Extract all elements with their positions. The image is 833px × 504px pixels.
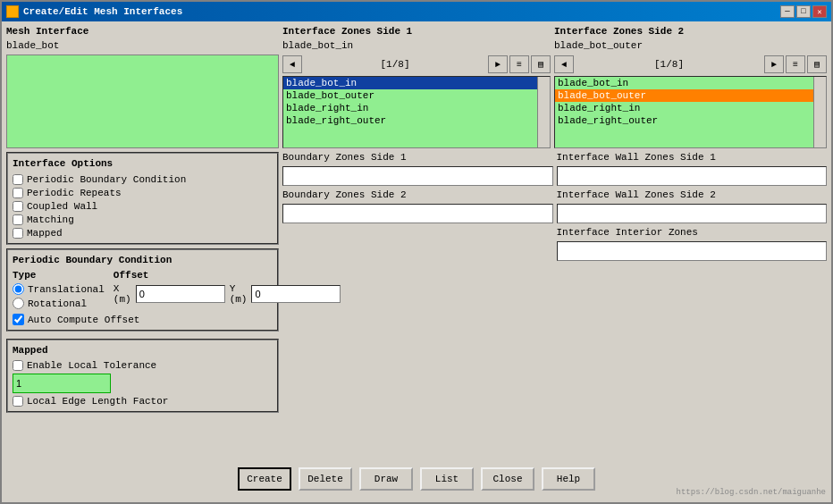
help-button[interactable]: Help xyxy=(542,467,595,491)
coupled-wall-row: Coupled Wall xyxy=(13,201,273,212)
auto-compute-row: Auto Compute Offset xyxy=(13,314,273,325)
x-label: X (m) xyxy=(114,283,131,305)
matching-row: Matching xyxy=(13,214,273,225)
data-row: blade_bot blade_bot_in blade_bot_outer xyxy=(6,40,827,51)
list-button[interactable]: List xyxy=(420,467,474,491)
main-window: Create/Edit Mesh Interfaces — □ ✕ Mesh I… xyxy=(0,0,833,504)
enable-local-tolerance-label: Enable Local Tolerance xyxy=(27,360,156,371)
translational-row: Translational xyxy=(13,283,105,295)
local-edge-length-checkbox[interactable] xyxy=(13,396,23,407)
periodic-section-title: Periodic Boundary Condition xyxy=(13,255,273,265)
boundary-side2-input[interactable] xyxy=(282,204,553,223)
list-item[interactable]: blade_bot_outer xyxy=(555,89,813,102)
window-title: Create/Edit Mesh Interfaces xyxy=(23,6,182,17)
enable-local-tolerance-row: Enable Local Tolerance xyxy=(13,360,273,371)
close-button[interactable]: Close xyxy=(481,467,534,491)
local-edge-length-row: Local Edge Length Factor xyxy=(13,396,273,407)
title-bar: Create/Edit Mesh Interfaces — □ ✕ xyxy=(2,2,831,21)
list-item[interactable]: blade_bot_outer xyxy=(283,89,537,102)
side1-nav-right[interactable]: ► xyxy=(488,55,508,73)
side2-counter: [1/8] xyxy=(654,59,684,70)
side2-copy-icon[interactable]: ▤ xyxy=(807,55,827,73)
side2-value: blade_bot_outer xyxy=(554,40,827,51)
periodic-repeats-label: Periodic Repeats xyxy=(27,188,122,198)
list-item[interactable]: blade_right_in xyxy=(283,102,537,114)
draw-button[interactable]: Draw xyxy=(359,467,413,491)
side2-nav-right[interactable]: ► xyxy=(764,55,784,73)
wall-side1-input[interactable] xyxy=(557,166,828,186)
boundary-zones-section: Boundary Zones Side 1 Boundary Zones Sid… xyxy=(282,152,553,457)
periodic-repeats-checkbox[interactable] xyxy=(13,188,23,198)
boundary-side1-input[interactable] xyxy=(282,166,553,186)
list-item[interactable]: blade_right_outer xyxy=(555,114,813,127)
full-bottom: Interface Options Periodic Boundary Cond… xyxy=(6,152,827,457)
side1-value: blade_bot_in xyxy=(282,40,551,51)
rotational-radio[interactable] xyxy=(13,298,24,309)
list-item[interactable]: blade_bot_in xyxy=(555,77,813,89)
side1-header: Interface Zones Side 1 xyxy=(282,26,551,37)
mapped-row: Mapped xyxy=(13,228,273,239)
periodic-repeats-row: Periodic Repeats xyxy=(13,188,273,198)
rotational-label: Rotational xyxy=(28,298,87,309)
local-edge-length-label: Local Edge Length Factor xyxy=(27,396,168,407)
matching-checkbox[interactable] xyxy=(13,214,23,225)
center-bottom: Boundary Zones Side 1 Boundary Zones Sid… xyxy=(282,152,827,457)
wall-side2-input[interactable] xyxy=(557,204,828,223)
window-icon xyxy=(6,5,19,18)
left-bottom: Interface Options Periodic Boundary Cond… xyxy=(6,152,279,457)
boundary-side2-label: Boundary Zones Side 2 xyxy=(282,189,553,200)
mapped-section: Mapped Enable Local Tolerance Local Edge… xyxy=(6,339,279,413)
mapped-label: Mapped xyxy=(27,228,63,239)
side1-list-panel: ◄ [1/8] ► ≡ ▤ blade_bot_inblade_bot_oute… xyxy=(282,55,551,148)
periodic-boundary-section: Periodic Boundary Condition Type Transla… xyxy=(6,248,279,332)
interior-label: Interface Interior Zones xyxy=(557,227,828,238)
close-button[interactable]: ✕ xyxy=(812,5,827,18)
matching-label: Matching xyxy=(27,214,74,225)
side2-nav-left[interactable]: ◄ xyxy=(554,55,574,73)
side2-list-panel: ◄ [1/8] ► ≡ ▤ blade_bot_inblade_bot_oute… xyxy=(554,55,827,148)
maximize-button[interactable]: □ xyxy=(796,5,811,18)
side1-counter: [1/8] xyxy=(380,59,409,70)
list-item[interactable]: blade_right_outer xyxy=(283,114,537,127)
y-label: Y (m) xyxy=(230,283,248,305)
mapped-checkbox[interactable] xyxy=(13,228,23,239)
coupled-wall-label: Coupled Wall xyxy=(27,201,97,212)
wall-side1-label: Interface Wall Zones Side 1 xyxy=(557,152,828,163)
side1-copy-icon[interactable]: ▤ xyxy=(531,55,551,73)
minimize-button[interactable]: — xyxy=(780,5,795,18)
side2-header: Interface Zones Side 2 xyxy=(554,26,827,37)
title-buttons: — □ ✕ xyxy=(780,5,827,18)
create-button[interactable]: Create xyxy=(238,467,291,491)
side2-list-icon[interactable]: ≡ xyxy=(786,55,805,73)
interface-options-title: Interface Options xyxy=(13,158,273,169)
mapped-title: Mapped xyxy=(13,345,273,356)
side1-list[interactable]: blade_bot_inblade_bot_outerblade_right_i… xyxy=(282,76,551,148)
coupled-wall-checkbox[interactable] xyxy=(13,201,23,212)
auto-compute-checkbox[interactable] xyxy=(13,314,24,325)
column-headers: Mesh Interface Interface Zones Side 1 In… xyxy=(6,26,827,37)
translational-radio[interactable] xyxy=(13,283,24,295)
mesh-interface-header: Mesh Interface xyxy=(6,26,279,37)
interface-wall-section: Interface Wall Zones Side 1 Interface Wa… xyxy=(557,152,828,457)
x-input[interactable] xyxy=(136,285,225,303)
enable-local-tolerance-checkbox[interactable] xyxy=(13,360,23,371)
interface-options-panel: Interface Options Periodic Boundary Cond… xyxy=(6,152,279,245)
boundary-side1-label: Boundary Zones Side 1 xyxy=(282,152,553,163)
tolerance-input[interactable] xyxy=(13,374,111,393)
auto-compute-label: Auto Compute Offset xyxy=(28,315,139,325)
periodic-boundary-checkbox[interactable] xyxy=(13,174,23,185)
watermark: https://blog.csdn.net/maiguanhe xyxy=(677,488,826,497)
mesh-interface-value: blade_bot xyxy=(6,40,279,51)
side1-nav-left[interactable]: ◄ xyxy=(282,55,302,73)
interior-input[interactable] xyxy=(557,241,828,261)
delete-button[interactable]: Delete xyxy=(299,467,352,491)
left-list-panel xyxy=(6,55,279,148)
type-label: Type xyxy=(13,270,105,281)
side1-list-icon[interactable]: ≡ xyxy=(509,55,529,73)
periodic-boundary-label: Periodic Boundary Condition xyxy=(27,174,186,185)
list-item[interactable]: blade_right_in xyxy=(555,102,813,114)
periodic-boundary-row: Periodic Boundary Condition xyxy=(13,174,273,185)
wall-side2-label: Interface Wall Zones Side 2 xyxy=(557,189,828,200)
list-item[interactable]: blade_bot_in xyxy=(283,77,537,89)
side2-list[interactable]: blade_bot_inblade_bot_outerblade_right_i… xyxy=(554,76,827,148)
